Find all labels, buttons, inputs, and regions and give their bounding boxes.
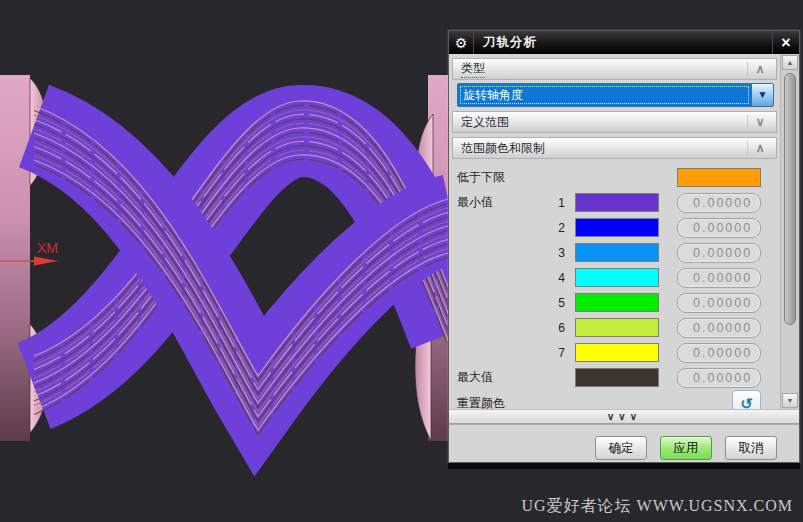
below-lower-color-swatch[interactable] (677, 168, 761, 187)
dialog-titlebar[interactable]: ⚙ 刀轨分析 × (449, 31, 799, 54)
section-header-define-range[interactable]: 定义范围 ∨ (452, 111, 777, 133)
level-color-swatch[interactable] (575, 218, 659, 237)
dialog-footer: 确定 应用 取消 (449, 424, 799, 464)
level-value-field[interactable]: 0.00000 (677, 193, 761, 213)
close-button[interactable]: × (772, 31, 799, 54)
level-number: 1 (549, 196, 565, 210)
level-value-field[interactable]: 0.00000 (677, 293, 761, 313)
application-window: XM ⚙ 刀轨分析 × 类型 ∧ 旋转轴角度 (0, 0, 803, 522)
level-value-field[interactable]: 0.00000 (677, 318, 761, 338)
level-number: 6 (549, 321, 565, 335)
ok-button[interactable]: 确定 (595, 436, 647, 460)
section-header-type[interactable]: 类型 ∧ (452, 58, 777, 80)
chevron-up-icon[interactable]: ∧ (747, 62, 772, 76)
level-color-swatch[interactable] (575, 193, 659, 212)
dialog-body: 类型 ∧ 旋转轴角度 ▼ 定义范围 ∨ 范围颜色和限制 (449, 54, 799, 409)
level-number: 3 (549, 246, 565, 260)
forum-watermark: UG爱好者论坛 WWW.UGSNX.COM (521, 496, 793, 517)
level-color-swatch[interactable] (575, 243, 659, 262)
type-combo-row: 旋转轴角度 ▼ (457, 83, 774, 107)
combo-dropdown-button[interactable]: ▼ (751, 84, 773, 106)
max-value-field[interactable]: 0.00000 (677, 368, 761, 388)
level-color-swatch[interactable] (575, 318, 659, 337)
level-color-swatch[interactable] (575, 268, 659, 287)
xm-axis-label: XM (37, 240, 58, 256)
dialog-scrollbar[interactable]: ▲ ▼ (780, 54, 799, 409)
below-lower-row: 低于下限 (449, 165, 780, 190)
reset-colors-label: 重置颜色 (457, 395, 549, 410)
scroll-up-button[interactable]: ▲ (782, 55, 798, 70)
level-value-field[interactable]: 0.00000 (677, 268, 761, 288)
section-label-range-colors: 范围颜色和限制 (461, 140, 545, 157)
level-value-field[interactable]: 0.00000 (677, 218, 761, 238)
max-value-label: 最大值 (457, 369, 549, 386)
chevron-down-icon: ▼ (758, 90, 768, 100)
section-label-define-range: 定义范围 (461, 114, 509, 131)
toolpath-analysis-dialog: ⚙ 刀轨分析 × 类型 ∧ 旋转轴角度 ▼ (448, 30, 800, 463)
dialog-title: 刀轨分析 (474, 31, 772, 54)
resize-handle[interactable]: ∨∨∨ (449, 409, 799, 424)
level-label: 最小值 (457, 194, 549, 211)
resize-chevrons-icon: ∨∨∨ (607, 412, 641, 422)
dialog-menu-button[interactable]: ⚙ (449, 31, 474, 54)
scrollbar-thumb[interactable] (784, 73, 796, 325)
level-value-field[interactable]: 0.00000 (677, 243, 761, 263)
section-label-type: 类型 (461, 60, 485, 78)
cancel-button[interactable]: 取消 (725, 436, 777, 460)
level-color-swatch[interactable] (575, 343, 659, 362)
close-icon: × (781, 35, 790, 51)
chevron-up-icon[interactable]: ∧ (747, 141, 772, 155)
reset-colors-row: 重置颜色 ↺ (449, 390, 780, 409)
range-level-row: 5 0.00000 (449, 290, 780, 315)
range-level-row: 6 0.00000 (449, 315, 780, 340)
max-color-swatch[interactable] (575, 368, 659, 387)
range-color-rows: 低于下限 最小值 1 0.00000 2 0.00000 (449, 161, 780, 409)
level-number: 2 (549, 221, 565, 235)
range-level-row: 最小值 1 0.00000 (449, 190, 780, 215)
level-value-field[interactable]: 0.00000 (677, 343, 761, 363)
triangle-down-icon: ▼ (787, 397, 794, 404)
chevron-down-icon[interactable]: ∨ (747, 115, 772, 129)
below-lower-label: 低于下限 (457, 169, 549, 186)
level-number: 7 (549, 346, 565, 360)
reset-colors-button[interactable]: ↺ (732, 390, 761, 409)
gear-icon: ⚙ (455, 36, 468, 50)
reset-icon: ↺ (740, 396, 753, 410)
level-number: 4 (549, 271, 565, 285)
range-level-row: 4 0.00000 (449, 265, 780, 290)
level-color-swatch[interactable] (575, 293, 659, 312)
range-level-row: 3 0.00000 (449, 240, 780, 265)
range-level-row: 7 0.00000 (449, 340, 780, 365)
scroll-down-button[interactable]: ▼ (782, 393, 798, 408)
part-left-face (0, 75, 30, 441)
range-level-row: 2 0.00000 (449, 215, 780, 240)
level-number: 5 (549, 296, 565, 310)
analysis-type-value: 旋转轴角度 (458, 84, 751, 106)
dialog-content: 类型 ∧ 旋转轴角度 ▼ 定义范围 ∨ 范围颜色和限制 (449, 54, 780, 409)
section-header-range-colors[interactable]: 范围颜色和限制 ∧ (452, 137, 777, 159)
max-value-row: 最大值 0.00000 (449, 365, 780, 390)
triangle-up-icon: ▲ (787, 59, 794, 66)
analysis-type-combo[interactable]: 旋转轴角度 ▼ (457, 83, 774, 107)
apply-button[interactable]: 应用 (660, 436, 712, 460)
